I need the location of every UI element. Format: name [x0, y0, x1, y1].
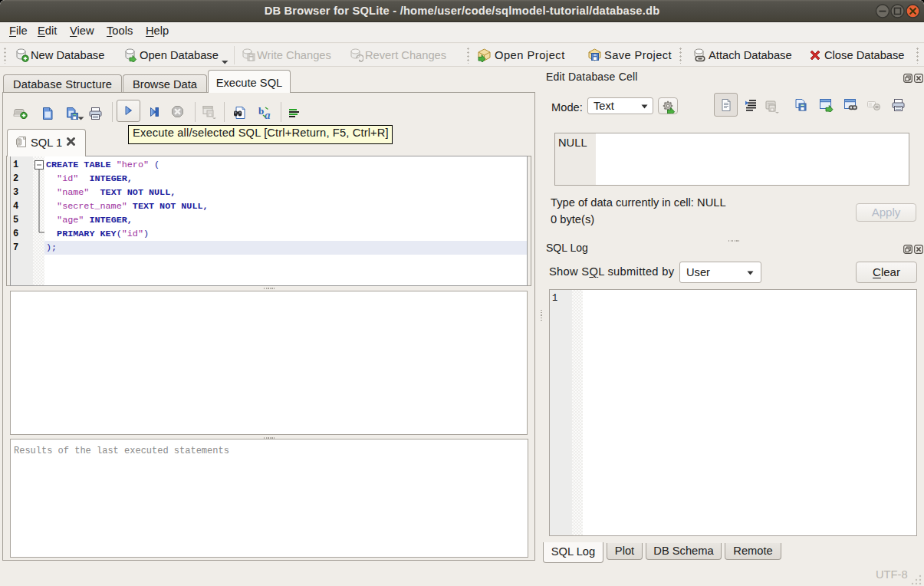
svg-text:a: a: [265, 109, 271, 120]
